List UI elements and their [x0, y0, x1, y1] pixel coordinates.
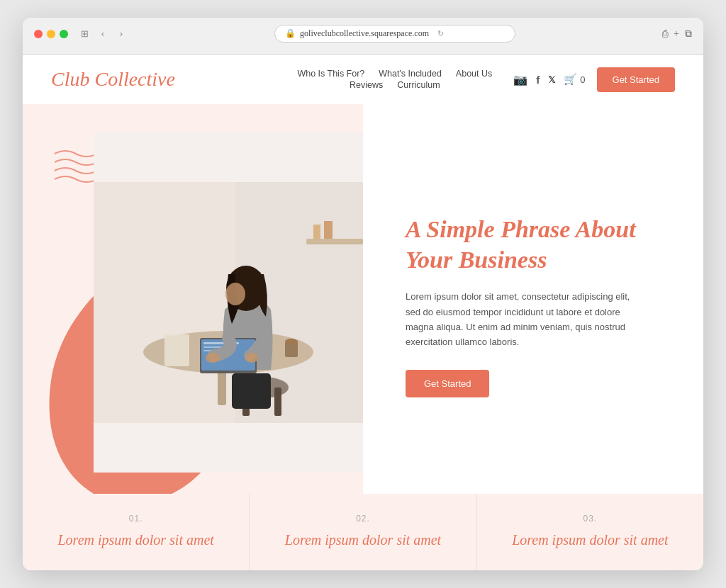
hero-title: A Simple Phrase About Your Business	[406, 215, 668, 275]
cart-button[interactable]: 🛒 0	[564, 73, 585, 86]
svg-point-19	[245, 353, 258, 363]
feature-2-title: Lorem ipsum dolor sit amet	[278, 531, 447, 549]
share-icon[interactable]: ⎙	[662, 28, 668, 40]
hero-right: A Simple Phrase About Your Business Lore…	[363, 104, 703, 494]
feature-1-number: 01.	[51, 514, 220, 524]
nav-link-about[interactable]: About Us	[456, 69, 492, 79]
browser-controls: ⊞ ‹ ›	[78, 28, 128, 40]
tl-yellow[interactable]	[47, 30, 55, 38]
feature-item-2: 02. Lorem ipsum dolor sit amet	[250, 494, 476, 570]
svg-point-9	[225, 283, 245, 305]
instagram-icon[interactable]: 📷	[513, 73, 527, 86]
cart-count: 0	[580, 74, 585, 85]
duplicate-icon[interactable]: ⧉	[685, 28, 692, 40]
nav-link-curriculum[interactable]: Curriculum	[397, 80, 440, 90]
feature-2-number: 02.	[278, 514, 447, 524]
nav-link-reviews[interactable]: Reviews	[350, 80, 383, 90]
navigation: Club Collective Who Is This For? What's …	[23, 55, 703, 104]
feature-item-3: 03. Lorem ipsum dolor sit amet	[477, 494, 703, 570]
svg-rect-21	[313, 225, 320, 239]
svg-point-16	[285, 339, 298, 344]
address-bar: 🔒 goliveclubcollective.squarespace.com ↻	[135, 25, 655, 43]
page-content: Club Collective Who Is This For? What's …	[23, 55, 703, 570]
browser-actions: ⎙ + ⧉	[662, 28, 692, 40]
nav-row-2: Reviews Curriculum	[350, 80, 440, 90]
feature-1-title: Lorem ipsum dolor sit amet	[51, 531, 220, 549]
sidebar-toggle-btn[interactable]: ⊞	[78, 28, 91, 40]
nav-links: Who Is This For? What's Included About U…	[297, 69, 492, 90]
hero-body: Lorem ipsum dolor sit amet, consectetur …	[406, 289, 647, 350]
feature-item-1: 01. Lorem ipsum dolor sit amet	[23, 494, 250, 570]
nav-row-1: Who Is This For? What's Included About U…	[297, 69, 492, 79]
lock-icon: 🔒	[285, 28, 296, 39]
social-icons: 📷 f 𝕏 🛒 0	[513, 73, 585, 86]
feature-3-title: Lorem ipsum dolor sit amet	[506, 531, 675, 549]
hero-image	[94, 132, 363, 473]
svg-rect-22	[324, 221, 333, 239]
traffic-lights	[34, 30, 68, 38]
svg-rect-7	[232, 373, 271, 409]
browser-chrome: ⊞ ‹ › 🔒 goliveclubcollective.squarespace…	[23, 18, 703, 55]
cart-icon: 🛒	[564, 73, 577, 86]
nav-link-who[interactable]: Who Is This For?	[297, 69, 364, 79]
hero-left	[23, 104, 363, 494]
svg-point-18	[206, 353, 220, 363]
forward-btn[interactable]: ›	[115, 28, 128, 40]
url-text: goliveclubcollective.squarespace.com	[300, 28, 429, 39]
features-section: 01. Lorem ipsum dolor sit amet 02. Lorem…	[23, 494, 703, 570]
site-logo[interactable]: Club Collective	[51, 68, 175, 91]
nav-get-started-button[interactable]: Get Started	[597, 67, 675, 92]
back-btn[interactable]: ‹	[96, 28, 109, 40]
feature-3-number: 03.	[506, 514, 675, 524]
svg-rect-20	[306, 239, 363, 244]
facebook-icon[interactable]: f	[536, 74, 540, 86]
browser-window: ⊞ ‹ › 🔒 goliveclubcollective.squarespace…	[23, 18, 703, 570]
tl-red[interactable]	[34, 30, 43, 38]
hero-cta-button[interactable]: Get Started	[406, 370, 489, 397]
url-display[interactable]: 🔒 goliveclubcollective.squarespace.com ↻	[274, 25, 515, 43]
reload-icon: ↻	[437, 29, 444, 38]
hero-section: A Simple Phrase About Your Business Lore…	[23, 104, 703, 494]
tl-green[interactable]	[60, 30, 68, 38]
svg-rect-17	[164, 334, 189, 366]
nav-link-whats-included[interactable]: What's Included	[379, 69, 442, 79]
new-tab-icon[interactable]: +	[674, 28, 679, 40]
svg-rect-6	[274, 388, 281, 416]
svg-rect-1	[94, 182, 235, 423]
twitter-icon[interactable]: 𝕏	[548, 74, 555, 85]
